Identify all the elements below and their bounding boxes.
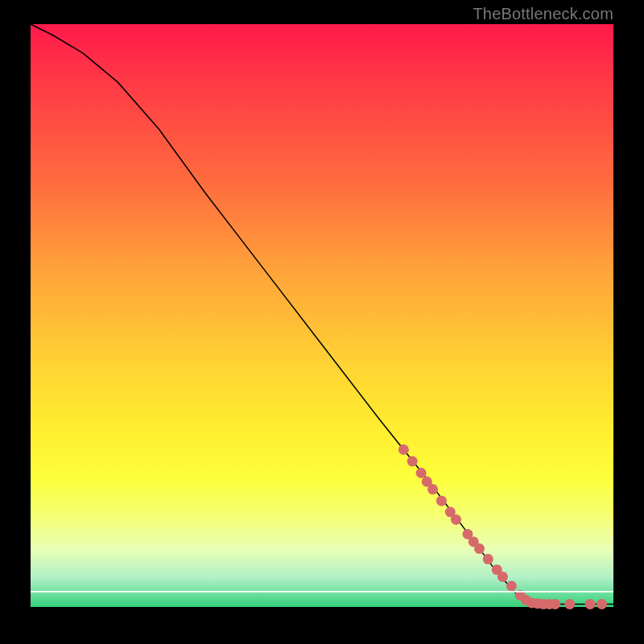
data-point	[451, 514, 461, 525]
data-point	[474, 543, 485, 554]
data-point	[550, 599, 560, 609]
plot-area	[31, 24, 613, 607]
data-point	[497, 572, 508, 582]
watermark-text: TheBottleneck.com	[473, 5, 613, 23]
data-point	[585, 599, 596, 609]
data-point	[416, 468, 427, 478]
data-point	[564, 599, 575, 609]
data-point	[483, 554, 493, 564]
data-markers	[398, 444, 607, 609]
data-point	[436, 496, 447, 506]
data-point	[427, 484, 438, 494]
data-point	[398, 444, 409, 455]
bottleneck-curve	[31, 24, 613, 604]
data-point	[506, 580, 517, 591]
chart-svg	[31, 24, 613, 607]
data-point	[407, 456, 418, 467]
chart-frame: TheBottleneck.com	[0, 0, 644, 644]
data-point	[597, 599, 607, 609]
